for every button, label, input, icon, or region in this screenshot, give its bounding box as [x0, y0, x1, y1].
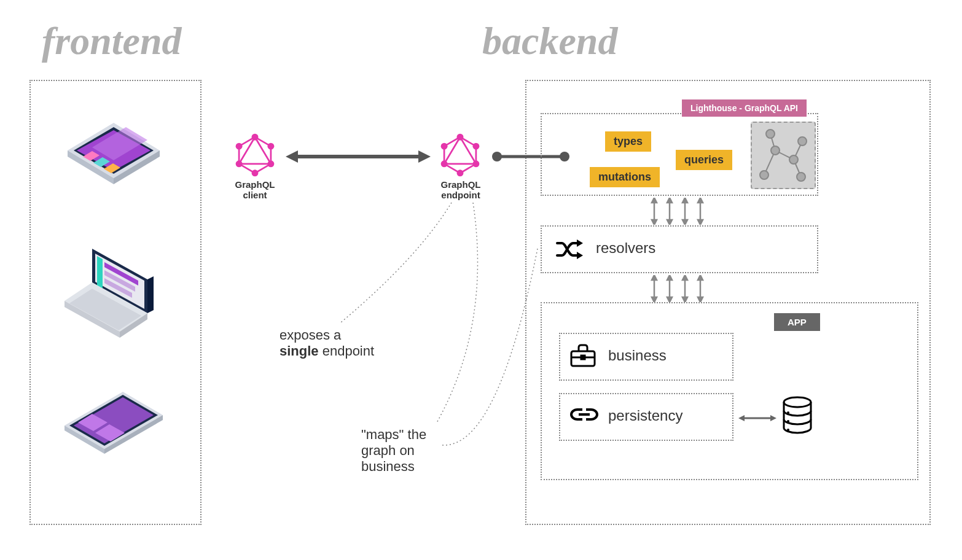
svg-point-38 [472, 143, 479, 150]
svg-marker-45 [418, 150, 431, 163]
graphql-client-icon [233, 132, 276, 181]
svg-point-68 [787, 420, 789, 422]
svg-marker-83 [652, 275, 657, 280]
svg-marker-75 [667, 220, 672, 225]
svg-point-34 [236, 143, 243, 150]
svg-point-57 [789, 155, 798, 164]
svg-point-47 [492, 152, 502, 161]
tablet-icon [55, 107, 172, 196]
app-container [541, 302, 918, 480]
svg-marker-78 [682, 220, 687, 225]
graphql-endpoint-icon [439, 132, 482, 181]
svg-point-29 [252, 134, 259, 141]
svg-point-58 [798, 137, 807, 146]
svg-point-41 [441, 160, 448, 167]
svg-marker-74 [667, 198, 672, 203]
svg-marker-80 [698, 198, 703, 203]
queries-tag: queries [676, 150, 732, 170]
svg-point-30 [267, 143, 274, 150]
bidirectional-arrows-2-icon [648, 275, 710, 305]
graphql-endpoint-label: GraphQL endpoint [433, 179, 488, 200]
phone-icon [55, 381, 172, 463]
svg-marker-28 [239, 137, 271, 164]
svg-point-69 [787, 429, 789, 431]
annotation-endpoint: exposes a single endpoint [280, 327, 374, 359]
svg-point-31 [267, 160, 274, 167]
shuffle-icon [556, 238, 583, 263]
svg-marker-72 [652, 220, 657, 225]
svg-marker-60 [577, 239, 583, 247]
svg-marker-81 [698, 220, 703, 225]
svg-point-33 [236, 160, 243, 167]
svg-marker-86 [667, 275, 672, 280]
briefcase-icon [570, 344, 596, 370]
resolvers-label: resolvers [596, 239, 655, 257]
annotation-maps: "maps" the graph on business [361, 427, 441, 475]
mutations-tag: mutations [590, 167, 660, 187]
svg-marker-93 [698, 297, 703, 302]
svg-point-66 [784, 397, 811, 407]
database-icon [781, 396, 813, 437]
graph-structure-icon [751, 122, 816, 189]
svg-point-32 [252, 169, 259, 176]
svg-point-37 [457, 134, 464, 141]
svg-marker-92 [698, 275, 703, 280]
bidirectional-arrows-1-icon [648, 198, 710, 227]
svg-marker-61 [577, 252, 583, 259]
svg-marker-96 [770, 415, 776, 421]
backend-title: backend [482, 18, 617, 64]
svg-point-56 [766, 130, 775, 138]
app-label: APP [774, 313, 820, 331]
svg-marker-15 [147, 276, 154, 313]
bidirectional-arrow-icon [286, 147, 431, 168]
svg-marker-95 [738, 415, 745, 421]
svg-marker-89 [682, 275, 687, 280]
types-tag: types [605, 131, 651, 152]
svg-point-40 [457, 169, 464, 176]
persistency-label: persistency [608, 407, 682, 424]
svg-marker-71 [652, 198, 657, 203]
link-icon [570, 405, 598, 426]
svg-marker-84 [652, 297, 657, 302]
svg-rect-64 [581, 356, 585, 359]
svg-point-54 [760, 171, 768, 179]
svg-point-39 [472, 160, 479, 167]
lighthouse-label: Lighthouse - GraphQL API [682, 99, 807, 117]
svg-marker-36 [444, 137, 476, 164]
svg-marker-44 [286, 150, 298, 163]
svg-marker-90 [682, 297, 687, 302]
business-label: business [608, 347, 667, 364]
frontend-title: frontend [42, 18, 182, 64]
svg-point-59 [797, 173, 805, 181]
svg-marker-77 [682, 198, 687, 203]
laptop-icon [55, 239, 178, 346]
svg-point-67 [787, 411, 789, 414]
svg-point-55 [771, 146, 780, 155]
db-arrow-icon [738, 413, 776, 426]
svg-marker-87 [667, 297, 672, 302]
svg-point-42 [441, 143, 448, 150]
graphql-client-label: GraphQL client [227, 179, 283, 200]
